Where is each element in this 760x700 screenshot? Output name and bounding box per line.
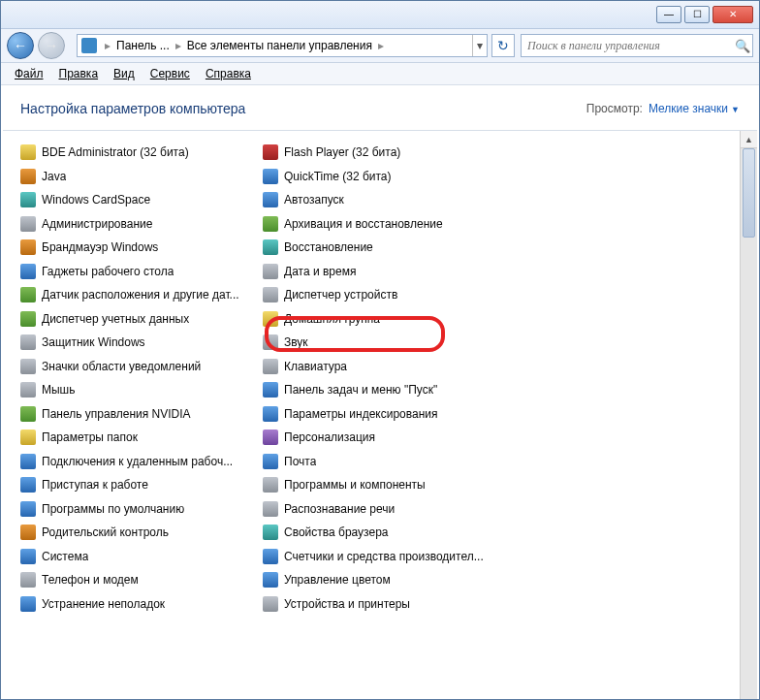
menu-view[interactable]: Вид (106, 65, 142, 82)
control-panel-item[interactable]: Flash Player (32 бита) (259, 141, 501, 165)
items-grid: BDE Administrator (32 бита)JavaWindows C… (3, 141, 757, 616)
control-panel-item[interactable]: Windows CardSpace (16, 188, 259, 212)
control-panel-item[interactable]: Приступая к работе (16, 473, 259, 497)
back-button[interactable]: ← (7, 32, 34, 59)
item-label: Персонализация (284, 430, 375, 444)
item-label: QuickTime (32 бита) (284, 170, 392, 183)
control-panel-item[interactable]: Свойства браузера (259, 521, 501, 545)
item-icon (263, 216, 278, 232)
vertical-scrollbar[interactable]: ▲ ▼ (740, 131, 757, 700)
minimize-button[interactable]: — (656, 6, 681, 23)
close-button[interactable]: ✕ (712, 6, 753, 23)
item-icon (20, 406, 36, 422)
control-panel-item[interactable]: Звук (259, 331, 501, 355)
item-icon (263, 596, 278, 612)
menu-edit[interactable]: Правка (51, 65, 107, 82)
item-icon (263, 287, 278, 302)
control-panel-item[interactable]: Java (16, 165, 259, 189)
control-panel-item[interactable]: Администрирование (16, 212, 259, 237)
menu-help[interactable]: Справка (198, 65, 259, 82)
scroll-up-button[interactable]: ▲ (741, 131, 757, 148)
control-panel-item[interactable]: Устранение неполадок (16, 592, 259, 617)
item-icon (20, 287, 36, 302)
breadcrumb-segment[interactable]: Панель ... (114, 39, 172, 52)
item-icon (20, 430, 36, 445)
control-panel-item[interactable]: Родительский контроль (16, 521, 259, 545)
control-panel-item[interactable]: Подключения к удаленным рабоч... (16, 450, 259, 474)
item-label: Администрирование (42, 217, 152, 231)
item-label: Java (42, 170, 66, 183)
control-panel-item[interactable]: Защитник Windows (16, 331, 259, 355)
control-panel-item[interactable]: Панель задач и меню "Пуск" (259, 378, 501, 402)
control-panel-item[interactable]: Восстановление (259, 236, 501, 260)
forward-button[interactable]: → (38, 32, 65, 59)
control-panel-item[interactable]: Диспетчер учетных данных (16, 307, 259, 332)
item-label: Телефон и модем (42, 573, 139, 587)
item-icon (263, 264, 278, 279)
maximize-icon: ☐ (693, 10, 702, 19)
item-label: Приступая к работе (42, 478, 148, 492)
control-panel-item[interactable]: Диспетчер устройств (259, 283, 501, 307)
control-panel-item[interactable]: Персонализация (259, 426, 501, 450)
item-icon (20, 525, 36, 540)
item-icon (263, 525, 278, 540)
item-icon (20, 264, 36, 279)
control-panel-item[interactable]: Система (16, 545, 259, 569)
minimize-icon: — (664, 10, 674, 19)
control-panel-item[interactable]: Программы по умолчанию (16, 497, 259, 522)
control-panel-item[interactable]: Дата и время (259, 260, 501, 284)
control-panel-window: — ☐ ✕ ← → ▸ Панель ... ▸ Все элементы па… (0, 0, 760, 700)
control-panel-item[interactable]: Домашняя группа (259, 307, 501, 332)
control-panel-item[interactable]: Счетчики и средства производител... (259, 545, 501, 569)
item-icon (20, 477, 36, 493)
control-panel-item[interactable]: Датчик расположения и другие дат... (16, 283, 259, 307)
address-dropdown[interactable]: ▾ (472, 35, 487, 56)
item-icon (263, 192, 278, 207)
item-label: Панель управления NVIDIA (42, 407, 191, 421)
control-panel-item[interactable]: Брандмауэр Windows (16, 236, 259, 260)
item-label: Диспетчер учетных данных (42, 312, 189, 326)
control-panel-item[interactable]: Мышь (16, 378, 259, 402)
control-panel-item[interactable]: Распознавание речи (259, 497, 501, 522)
item-label: Архивация и восстановление (284, 217, 443, 231)
search-icon: 🔍 (733, 39, 752, 53)
control-panel-item[interactable]: Параметры папок (16, 426, 259, 450)
items-column: Flash Player (32 бита)QuickTime (32 бита… (259, 141, 501, 616)
search-input[interactable] (522, 39, 733, 53)
item-label: Параметры папок (42, 430, 138, 444)
control-panel-item[interactable]: Телефон и модем (16, 568, 259, 592)
control-panel-item[interactable]: QuickTime (32 бита) (259, 165, 501, 189)
content-area: BDE Administrator (32 бита)JavaWindows C… (3, 130, 757, 700)
control-panel-item[interactable]: Панель управления NVIDIA (16, 402, 259, 427)
arrow-right-icon: → (45, 38, 58, 53)
control-panel-item[interactable]: Устройства и принтеры (259, 592, 501, 617)
refresh-button[interactable]: ↻ (491, 34, 515, 57)
control-panel-item[interactable]: Управление цветом (259, 568, 501, 592)
menu-file[interactable]: Файл (7, 65, 51, 82)
control-panel-item[interactable]: Архивация и восстановление (259, 212, 501, 237)
control-panel-item[interactable]: Параметры индексирования (259, 402, 501, 427)
item-icon (20, 382, 36, 398)
control-panel-item[interactable]: Клавиатура (259, 355, 501, 379)
menu-service[interactable]: Сервис (142, 65, 198, 82)
control-panel-item[interactable]: Автозапуск (259, 188, 501, 212)
item-icon (20, 454, 36, 469)
item-icon (263, 334, 278, 350)
item-icon (263, 501, 278, 517)
control-panel-item[interactable]: Гаджеты рабочего стола (16, 260, 259, 284)
item-label: Почта (284, 455, 316, 468)
scroll-thumb[interactable] (743, 148, 755, 238)
view-dropdown[interactable]: Мелкие значки▼ (649, 102, 740, 115)
arrow-left-icon: ← (14, 38, 27, 53)
item-icon (20, 549, 36, 564)
breadcrumb-segment[interactable]: Все элементы панели управления (185, 39, 374, 52)
search-box[interactable]: 🔍 (521, 34, 753, 57)
control-panel-item[interactable]: Значки области уведомлений (16, 355, 259, 379)
item-icon (20, 239, 36, 255)
control-panel-item[interactable]: Программы и компоненты (259, 473, 501, 497)
control-panel-item[interactable]: Почта (259, 450, 501, 474)
maximize-button[interactable]: ☐ (684, 6, 710, 23)
control-panel-icon (81, 38, 97, 53)
control-panel-item[interactable]: BDE Administrator (32 бита) (16, 141, 259, 165)
address-bar[interactable]: ▸ Панель ... ▸ Все элементы панели управ… (77, 34, 488, 57)
